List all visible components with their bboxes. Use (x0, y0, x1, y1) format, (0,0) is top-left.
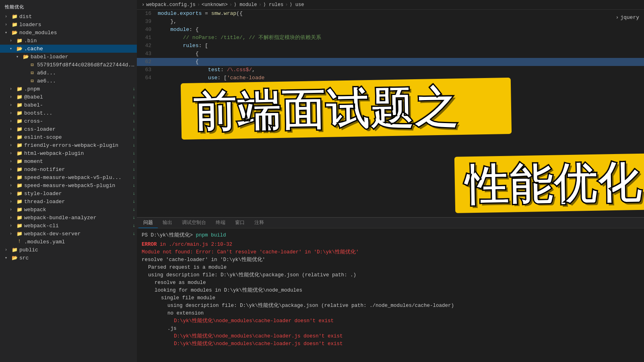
folder-icon: 📁 (16, 126, 23, 132)
sidebar-item-loaders[interactable]: 📁 loaders (0, 21, 137, 29)
terminal-line: single file module (142, 294, 639, 302)
breadcrumb-sep: › (142, 2, 144, 8)
arrow-icon (10, 135, 16, 140)
terminal-text: looking for modules in D:\yk\性能优化\node_m… (155, 288, 302, 293)
line-content: module: { (156, 26, 644, 34)
code-line-62: 62 { (137, 58, 644, 66)
sidebar-item-speed-measure5[interactable]: 📁 speed-measure-webpack5-plugin ↓ (0, 181, 137, 189)
sidebar-item-src[interactable]: 📂 src (0, 254, 137, 262)
sidebar-item-speed-measure-v5[interactable]: 📁 speed-measure-webpack-v5-plu... ↓ (0, 173, 137, 181)
sidebar-item-html-webpack[interactable]: 📁 html-webpack-plugin ↓ (0, 149, 137, 157)
code-line-39: 39 }, (137, 18, 644, 26)
tab-comments[interactable]: 注释 (250, 218, 269, 228)
terminal-prompt: PS D:\yk\性能优化> (142, 232, 196, 238)
sidebar-item-label: thread-loader (24, 199, 132, 205)
sidebar-item-thread-loader[interactable]: 📁 thread-loader ↓ (0, 197, 137, 206)
terminal-text: .js (167, 326, 177, 331)
badge: ↓ (132, 167, 135, 172)
sidebar-item-style-loader[interactable]: 📁 style-loader ↓ (0, 189, 137, 197)
sidebar-item-babel2[interactable]: 📁 babel- ↓ (0, 101, 137, 109)
sidebar-item-dist[interactable]: 📁 dist (0, 12, 137, 21)
sidebar-item-label: style-loader (24, 191, 132, 197)
sidebar-item-at-babel[interactable]: 📁 @babel ↓ (0, 93, 137, 101)
sidebar-item-label: cross- (24, 118, 132, 124)
sidebar-item-label: html-webpack-plugin (24, 150, 132, 156)
sidebar-item-friendly-errors[interactable]: 📁 friendly-errors-webpack-plugin ↓ (0, 141, 137, 149)
breadcrumb-part-2: <unknown> (202, 2, 228, 8)
badge: ↓ (132, 111, 135, 115)
error-msg: Module not found: Error: Can't resolve '… (142, 249, 359, 255)
terminal-line: looking for modules in D:\yk\性能优化\node_m… (142, 287, 639, 294)
sidebar-item-bootstrap[interactable]: 📁 bootst... ↓ (0, 109, 137, 117)
folder-icon: 📁 (16, 230, 23, 237)
code-line-63: 63 test: /\.css$/, (137, 66, 644, 74)
sidebar-item-label: node_modules (19, 30, 137, 36)
sidebar-item-label: webpack-cli (24, 223, 132, 229)
tab-output[interactable]: 输出 (158, 218, 177, 228)
breadcrumb-part-4: ⟩ rules (263, 2, 283, 8)
sidebar-item-cross[interactable]: 📁 cross- ↓ (0, 117, 137, 125)
sidebar-item-node-notifier[interactable]: 📁 node-notifier ↓ (0, 165, 137, 173)
arrow-icon (10, 200, 16, 204)
sidebar-item-modules-yaml[interactable]: ! .modules.yaml (0, 238, 137, 246)
arrow-icon (5, 30, 11, 35)
sidebar-item-cache[interactable]: 📂 .cache (0, 45, 137, 53)
sidebar-item-webpack-cli[interactable]: 📁 webpack-cli ↓ (0, 222, 137, 230)
sidebar-item-file2[interactable]: ⊟ a6d... (0, 69, 137, 77)
sidebar-item-file1[interactable]: ⊟ 5579159fd8f44c0286d8fa227444d... (0, 61, 137, 69)
app-container: 性能优化 📁 dist 📁 loaders 📂 node_modules 📁 .… (0, 0, 644, 362)
sidebar-item-pnpm[interactable]: 📁 .pnpm ↓ (0, 85, 137, 93)
line-content: // noParse: /title/, // 不解析指定模块的依赖关系 (156, 34, 644, 42)
sidebar-item-webpack-bundle[interactable]: 📁 webpack-bundle-analyzer ↓ (0, 214, 137, 222)
terminal-tabs: 问题 输出 调试空制台 终端 窗口 注释 (137, 218, 644, 228)
folder-icon: 📁 (11, 247, 18, 253)
badge: ↓ (132, 95, 135, 99)
folder-icon: 📁 (16, 198, 23, 205)
terminal-text: resolve 'cache-loader' in 'D:\yk\性能优化' (142, 257, 265, 263)
line-content: { (156, 50, 644, 58)
main-area: › webpack.config.js › <unknown> › ⟩ modu… (137, 0, 644, 362)
error-path: D:\yk\性能优化\node_modules\cache-loader doe… (174, 318, 334, 324)
line-number: 40 (137, 26, 156, 34)
badge: ↓ (132, 231, 135, 236)
arrow-icon (10, 175, 16, 180)
sidebar-item-bin[interactable]: 📁 .bin (0, 37, 137, 45)
terminal-line: ERROR in ./src/main.js 2:10-32 (142, 241, 639, 249)
sidebar-item-webpack-dev-server[interactable]: 📁 webpack-dev-server ↓ (0, 230, 137, 238)
badge: ↓ (132, 127, 135, 132)
sidebar-item-public[interactable]: 📁 public (0, 246, 137, 254)
terminal-content: PS D:\yk\性能优化> pnpm build ERROR in ./src… (137, 228, 644, 362)
sidebar-item-css-loader[interactable]: 📁 css-loader ↓ (0, 125, 137, 133)
terminal-line: D:\yk\性能优化\node_modules\cache-loader.js … (142, 340, 639, 348)
folder-icon: 📁 (16, 150, 23, 156)
sidebar-item-label: webpack-bundle-analyzer (24, 215, 132, 221)
breadcrumb: › webpack.config.js › <unknown> › ⟩ modu… (137, 0, 644, 10)
tab-problems[interactable]: 问题 (138, 218, 158, 228)
sidebar-item-file3[interactable]: ⊟ ae6... (0, 77, 137, 85)
line-content: }, (156, 18, 644, 26)
terminal-line: Parsed request is a module (142, 264, 639, 272)
line-number: 16 (137, 10, 156, 18)
sidebar-item-label: public (19, 247, 137, 253)
line-number: 41 (137, 34, 156, 42)
sidebar-item-label: .bin (24, 38, 137, 44)
line-number: 64 (137, 74, 156, 82)
sidebar-item-eslint-scope[interactable]: 📁 eslint-scope ↓ (0, 133, 137, 141)
sidebar-item-node-modules[interactable]: 📂 node_modules (0, 29, 137, 37)
error-text: in ./src/main.js 2:10-32 (157, 242, 233, 247)
sidebar-item-label: css-loader (24, 126, 132, 132)
sidebar-item-babel-loader[interactable]: 📂 babel-loader (0, 53, 137, 61)
sidebar-item-label: webpack-dev-server (24, 231, 132, 237)
tab-debug-console[interactable]: 调试空制台 (177, 218, 211, 228)
terminal-text: single file module (161, 295, 215, 301)
terminal-text: resolve as module (155, 280, 206, 286)
sidebar-item-webpack[interactable]: 📁 webpack ↓ (0, 206, 137, 214)
folder-icon: 📁 (16, 158, 23, 165)
arrow-icon (10, 191, 16, 196)
file-explorer: 性能优化 📁 dist 📁 loaders 📂 node_modules 📁 .… (0, 0, 137, 362)
sidebar-item-moment[interactable]: 📁 moment ↓ (0, 157, 137, 165)
tab-terminal[interactable]: 终端 (211, 218, 230, 228)
badge: ↓ (132, 103, 135, 107)
sidebar-item-label: eslint-scope (24, 134, 132, 140)
tab-window[interactable]: 窗口 (230, 218, 250, 228)
